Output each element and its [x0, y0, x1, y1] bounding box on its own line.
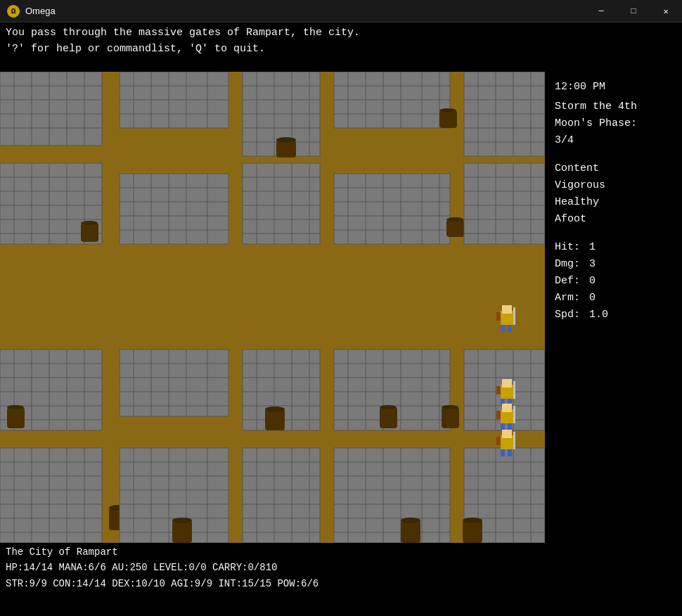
moon-label: Moon's Phase:: [555, 115, 672, 132]
svg-rect-143: [265, 409, 285, 430]
svg-rect-157: [380, 407, 397, 428]
status-bar: The City of Rampart HP:14/14 MANA:6/6 AU…: [0, 543, 682, 592]
svg-point-158: [380, 405, 397, 409]
svg-rect-52: [439, 110, 457, 128]
side-panel: 12:00 PM Storm the 4th Moon's Phase: 3/4…: [545, 72, 682, 543]
svg-rect-98: [446, 219, 464, 237]
hit-value: 1: [589, 241, 596, 253]
svg-rect-251: [502, 404, 512, 412]
svg-rect-240: [501, 325, 505, 332]
svg-rect-236: [463, 520, 482, 543]
def-stat: Def: 0: [555, 273, 672, 290]
svg-rect-87: [334, 174, 450, 244]
svg-rect-260: [513, 432, 515, 449]
app-title: Omega: [25, 6, 56, 16]
date-display: Storm the 4th: [555, 98, 672, 115]
svg-rect-123: [120, 349, 229, 416]
status-vigorous: Vigorous: [555, 177, 672, 194]
titlebar: Ω Omega — □ ✕: [0, 0, 682, 23]
svg-rect-261: [496, 437, 501, 445]
svg-rect-254: [513, 406, 515, 423]
game-map[interactable]: [0, 72, 545, 543]
dmg-stat: Dmg: 3: [555, 256, 672, 273]
svg-rect-248: [513, 381, 515, 399]
svg-rect-197: [172, 520, 192, 543]
svg-point-237: [463, 518, 482, 523]
spd-label: Spd:: [555, 309, 580, 321]
moon-value: 3/4: [555, 132, 672, 149]
svg-point-160: [442, 405, 458, 409]
main-content: 12:00 PM Storm the 4th Moon's Phase: 3/4…: [0, 72, 682, 543]
arm-value: 0: [589, 292, 596, 304]
svg-rect-239: [502, 305, 512, 314]
svg-rect-1: [0, 72, 102, 146]
close-button[interactable]: ✕: [650, 0, 682, 23]
svg-rect-252: [501, 423, 505, 430]
dmg-value: 3: [589, 258, 596, 270]
time-display: 12:00 PM: [555, 79, 672, 96]
svg-rect-77: [243, 163, 320, 244]
message-line-1: You pass through the massive gates of Ra…: [6, 25, 676, 41]
stats-line-2: STR:9/9 CON:14/14 DEX:10/10 AGI:9/9 INT:…: [6, 576, 676, 591]
svg-rect-249: [496, 386, 501, 394]
def-label: Def:: [555, 275, 580, 287]
svg-rect-253: [508, 423, 512, 430]
def-value: 0: [589, 275, 596, 287]
svg-rect-223: [401, 520, 420, 543]
message-line-2: '?' for help or commandlist, 'Q' to quit…: [6, 41, 676, 58]
svg-rect-121: [7, 407, 25, 428]
message-area: You pass through the massive gates of Ra…: [0, 23, 682, 72]
svg-rect-258: [501, 449, 505, 456]
svg-point-224: [401, 518, 420, 523]
app-icon: Ω: [7, 5, 20, 18]
minimize-button[interactable]: —: [585, 0, 617, 23]
svg-rect-245: [502, 379, 512, 387]
svg-rect-255: [496, 411, 501, 419]
window-controls: — □ ✕: [585, 0, 682, 23]
svg-point-99: [446, 217, 463, 222]
svg-point-198: [172, 518, 192, 523]
svg-rect-243: [496, 312, 501, 321]
svg-rect-67: [120, 174, 229, 244]
dmg-label: Dmg:: [555, 258, 580, 270]
svg-rect-100: [464, 163, 545, 244]
svg-rect-65: [81, 223, 98, 242]
svg-point-66: [81, 221, 98, 225]
svg-point-53: [439, 108, 456, 113]
svg-point-122: [7, 405, 24, 409]
arm-label: Arm:: [555, 292, 580, 304]
svg-rect-259: [508, 449, 512, 456]
svg-point-144: [265, 406, 285, 412]
maximize-button[interactable]: □: [617, 0, 650, 23]
svg-rect-242: [513, 307, 515, 325]
hit-stat: Hit: 1: [555, 239, 672, 256]
svg-rect-257: [502, 430, 512, 438]
arm-stat: Arm: 0: [555, 290, 672, 307]
status-content: Content: [555, 160, 672, 177]
svg-rect-241: [508, 325, 512, 332]
svg-rect-159: [442, 407, 459, 428]
spd-stat: Spd: 1.0: [555, 307, 672, 323]
status-afoot: Afoot: [555, 211, 672, 228]
spd-value: 1.0: [589, 309, 608, 321]
hit-label: Hit:: [555, 241, 580, 253]
svg-point-51: [276, 137, 296, 143]
location-name: The City of Rampart: [6, 544, 676, 560]
status-healthy: Healthy: [555, 194, 672, 211]
stats-line-1: HP:14/14 MANA:6/6 AU:250 LEVEL:0/0 CARRY…: [6, 560, 676, 575]
